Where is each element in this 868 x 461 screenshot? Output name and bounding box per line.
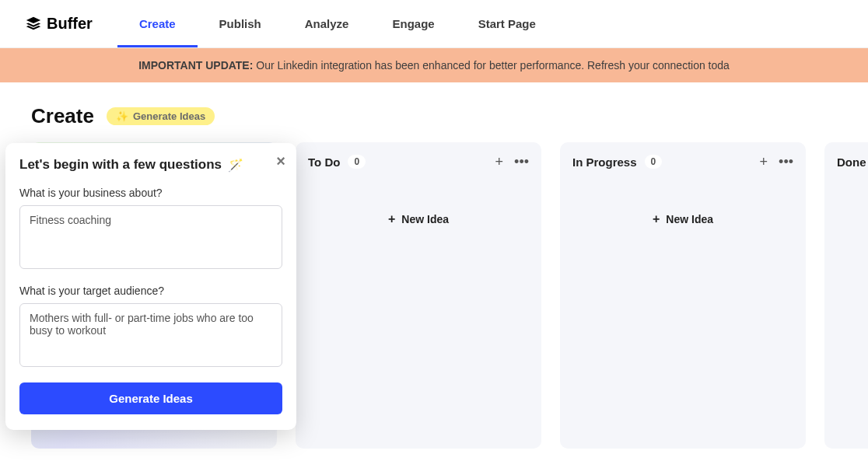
app-name: Buffer	[47, 15, 93, 33]
popover-form: What is your business about? What is you…	[19, 187, 282, 414]
nav-publish[interactable]: Publish	[198, 0, 283, 47]
generate-ideas-label: Generate Ideas	[133, 110, 205, 122]
generate-ideas-popover: Let's begin with a few questions 🪄 × Wha…	[5, 143, 296, 430]
nav-engage[interactable]: Engage	[370, 0, 456, 47]
q2-input[interactable]	[19, 303, 282, 367]
column-title: In Progress	[572, 155, 637, 169]
new-idea-button[interactable]: + New Idea	[572, 169, 793, 226]
column-todo: To Do 0 + ••• + New Idea	[296, 142, 541, 449]
nav-analyze[interactable]: Analyze	[283, 0, 371, 47]
wand-icon: 🪄	[228, 158, 243, 173]
nav-tabs: Create Publish Analyze Engage Start Page	[117, 0, 558, 47]
close-icon[interactable]: ×	[276, 152, 285, 170]
nav-start-page[interactable]: Start Page	[457, 0, 558, 47]
sparkle-icon: ✨	[116, 110, 128, 122]
q1-label: What is your business about?	[19, 187, 282, 199]
column-header: In Progress 0 + •••	[572, 155, 793, 169]
more-icon[interactable]: •••	[779, 155, 793, 169]
buffer-icon	[25, 16, 42, 33]
generate-ideas-pill[interactable]: ✨ Generate Ideas	[107, 107, 215, 125]
generate-ideas-button[interactable]: Generate Ideas	[19, 382, 282, 414]
add-icon[interactable]: +	[760, 155, 768, 169]
banner-prefix: IMPORTANT UPDATE:	[138, 59, 256, 72]
announcement-banner: IMPORTANT UPDATE: Our Linkedin integrati…	[0, 48, 868, 82]
new-idea-label: New Idea	[666, 213, 713, 225]
column-count: 0	[645, 155, 663, 169]
new-idea-button[interactable]: + New Idea	[308, 169, 529, 226]
nav-create[interactable]: Create	[117, 0, 198, 47]
column-count: 0	[348, 155, 366, 169]
column-title: To Do	[308, 155, 340, 169]
column-done: Done 0	[824, 142, 868, 449]
question-1: What is your business about?	[19, 187, 282, 272]
add-icon[interactable]: +	[495, 155, 504, 169]
popover-title: Let's begin with a few questions 🪄	[19, 157, 282, 173]
banner-text: Our Linkedin integration has been enhanc…	[256, 59, 730, 72]
column-in-progress: In Progress 0 + ••• + New Idea	[560, 142, 806, 449]
new-idea-label: New Idea	[401, 213, 449, 225]
page-header: Create ✨ Generate Ideas	[0, 82, 868, 142]
column-actions: + •••	[495, 155, 529, 169]
column-header: Done 0	[837, 155, 868, 169]
q2-label: What is your target audience?	[19, 285, 282, 297]
plus-icon: +	[653, 212, 660, 226]
more-icon[interactable]: •••	[514, 155, 529, 169]
question-2: What is your target audience?	[19, 285, 282, 370]
page-title: Create	[31, 104, 94, 128]
column-title: Done	[837, 155, 866, 169]
column-actions: + •••	[760, 155, 793, 169]
plus-icon: +	[388, 212, 395, 226]
top-nav: Buffer Create Publish Analyze Engage Sta…	[0, 0, 868, 48]
app-logo[interactable]: Buffer	[0, 15, 117, 33]
q1-input[interactable]	[19, 205, 282, 269]
column-header: To Do 0 + •••	[308, 155, 529, 169]
